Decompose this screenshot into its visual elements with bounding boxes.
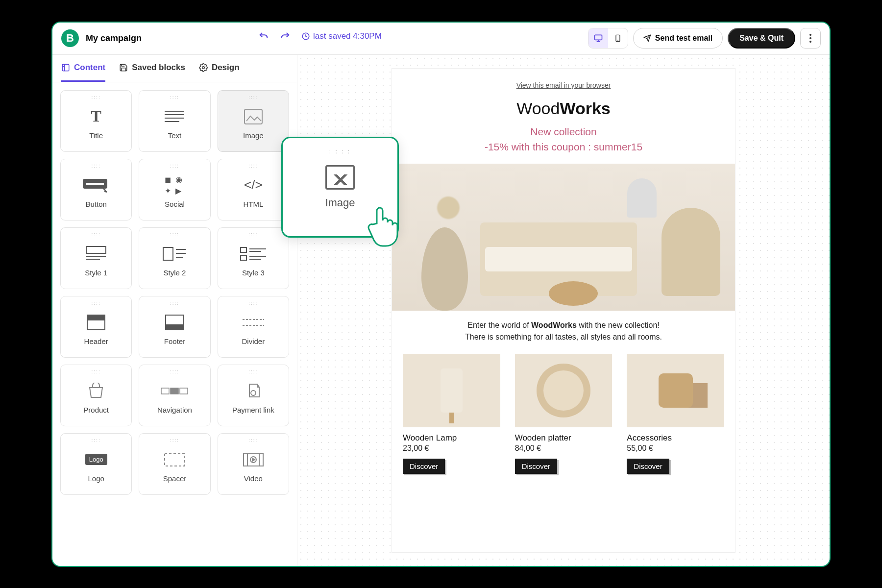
intro-text[interactable]: Enter the world of WoodWorks with the ne… xyxy=(392,319,735,354)
grip-icon: :::: xyxy=(92,163,101,169)
save-quit-button[interactable]: Save & Quit xyxy=(728,28,795,49)
block-title[interactable]: ::::TTitle xyxy=(60,90,132,152)
block-logo[interactable]: ::::LogoLogo xyxy=(60,433,132,495)
intro-brand: WoodWorks xyxy=(531,321,577,329)
svg-rect-22 xyxy=(241,247,246,252)
product-image[interactable] xyxy=(403,354,500,427)
product-icon xyxy=(87,378,105,404)
intro-part3: There is something for all tastes, all s… xyxy=(465,333,662,341)
promo-line2: -15% with this coupon : summer15 xyxy=(392,139,735,155)
block-label: Footer xyxy=(164,337,185,345)
svg-rect-12 xyxy=(245,109,262,124)
more-menu-button[interactable] xyxy=(800,28,821,49)
grip-icon: :::: xyxy=(248,95,258,100)
tab-design[interactable]: Design xyxy=(199,54,240,82)
tab-saved-label: Saved blocks xyxy=(132,63,185,73)
top-bar: B My campaign last saved 4:30PM xyxy=(52,23,830,55)
block-product[interactable]: ::::Product xyxy=(60,365,132,426)
navigation-icon xyxy=(161,378,188,404)
canvas-area[interactable]: View this email in your browser WoodWork… xyxy=(297,55,830,566)
style3-icon xyxy=(240,241,267,267)
product-image[interactable] xyxy=(515,354,612,427)
brand-light: Wood xyxy=(516,99,560,118)
block-label: Header xyxy=(84,337,108,345)
block-video[interactable]: ::::Video xyxy=(218,433,289,495)
block-style1[interactable]: ::::Style 1 xyxy=(60,227,132,289)
brand-heading[interactable]: WoodWorks xyxy=(392,99,735,118)
product-image[interactable] xyxy=(627,354,724,427)
discover-button[interactable]: Discover xyxy=(515,459,557,474)
logo-icon: Logo xyxy=(85,447,107,472)
product-card[interactable]: Wooden platter 84,00 € Discover xyxy=(515,354,612,474)
undo-button[interactable] xyxy=(258,31,269,42)
block-style3[interactable]: ::::Style 3 xyxy=(218,227,289,289)
campaign-title[interactable]: My campaign xyxy=(86,33,142,44)
grip-icon: :::: xyxy=(170,300,179,306)
redo-button[interactable] xyxy=(280,31,291,42)
top-right: Send test email Save & Quit xyxy=(588,28,821,49)
product-name: Wooden Lamp xyxy=(403,433,500,443)
grip-icon: :::: xyxy=(248,369,258,374)
svg-point-7 xyxy=(202,66,205,69)
grip-icon: :::: xyxy=(92,95,101,100)
view-in-browser-link[interactable]: View this email in your browser xyxy=(392,81,735,89)
block-text[interactable]: ::::Text xyxy=(139,90,210,152)
intro-part2: with the new collection! xyxy=(577,321,660,329)
grip-icon: :::: xyxy=(92,300,101,306)
device-toggle xyxy=(588,28,628,49)
send-test-button[interactable]: Send test email xyxy=(633,28,723,49)
svg-rect-23 xyxy=(241,255,246,260)
send-test-label: Send test email xyxy=(655,34,712,43)
grip-icon: :::: xyxy=(92,369,101,374)
block-spacer[interactable]: ::::Spacer xyxy=(139,433,210,495)
product-name: Wooden platter xyxy=(515,433,612,443)
block-navigation[interactable]: ::::Navigation xyxy=(139,365,210,426)
discover-button[interactable]: Discover xyxy=(627,459,669,474)
svg-rect-1 xyxy=(594,35,602,40)
svg-point-5 xyxy=(809,41,811,43)
email-canvas[interactable]: View this email in your browser WoodWork… xyxy=(392,69,735,552)
product-card[interactable]: Accessories 55,00 € Discover xyxy=(627,354,724,474)
block-label: Product xyxy=(83,406,109,414)
block-button[interactable]: ::::Button xyxy=(60,159,132,220)
social-icon: ◼◉✦▶ xyxy=(165,172,184,198)
brand-bold: Works xyxy=(560,99,610,118)
layout-icon xyxy=(61,63,70,72)
last-saved: last saved 4:30PM xyxy=(301,31,382,41)
block-footer[interactable]: ::::Footer xyxy=(139,296,210,358)
product-name: Accessories xyxy=(627,433,724,443)
block-html[interactable]: ::::</>HTML xyxy=(218,159,289,220)
button-icon xyxy=(82,172,110,198)
tab-saved-blocks[interactable]: Saved blocks xyxy=(119,54,185,82)
payment-icon xyxy=(245,378,262,404)
footer-icon xyxy=(165,310,184,335)
block-label: Social xyxy=(165,200,185,208)
promo-line1: New collection xyxy=(392,124,735,140)
block-payment-link[interactable]: ::::Payment link xyxy=(218,365,289,426)
product-card[interactable]: Wooden Lamp 23,00 € Discover xyxy=(403,354,500,474)
tab-content[interactable]: Content xyxy=(61,54,105,82)
brevo-logo[interactable]: B xyxy=(61,29,79,47)
block-label: Payment link xyxy=(232,406,274,414)
block-header[interactable]: ::::Header xyxy=(60,296,132,358)
block-divider[interactable]: ::::Divider xyxy=(218,296,289,358)
svg-rect-35 xyxy=(171,388,178,394)
discover-button[interactable]: Discover xyxy=(403,459,445,474)
dots-vertical-icon xyxy=(809,34,811,43)
desktop-view-button[interactable] xyxy=(588,28,608,48)
gear-icon xyxy=(199,63,208,72)
html-icon: </> xyxy=(244,172,263,198)
block-image[interactable]: ::::Image xyxy=(218,90,289,152)
svg-rect-38 xyxy=(165,453,184,466)
style2-icon xyxy=(162,241,187,267)
header-icon xyxy=(86,310,106,335)
hero-image[interactable] xyxy=(392,164,735,311)
grip-icon: :::: xyxy=(248,232,258,237)
block-style2[interactable]: ::::Style 2 xyxy=(139,227,210,289)
product-price: 55,00 € xyxy=(627,444,724,453)
block-label: Style 2 xyxy=(164,269,186,277)
promo-text[interactable]: New collection -15% with this coupon : s… xyxy=(392,124,735,155)
block-label: Text xyxy=(168,131,182,140)
block-social[interactable]: ::::◼◉✦▶Social xyxy=(139,159,210,220)
mobile-view-button[interactable] xyxy=(608,28,628,48)
